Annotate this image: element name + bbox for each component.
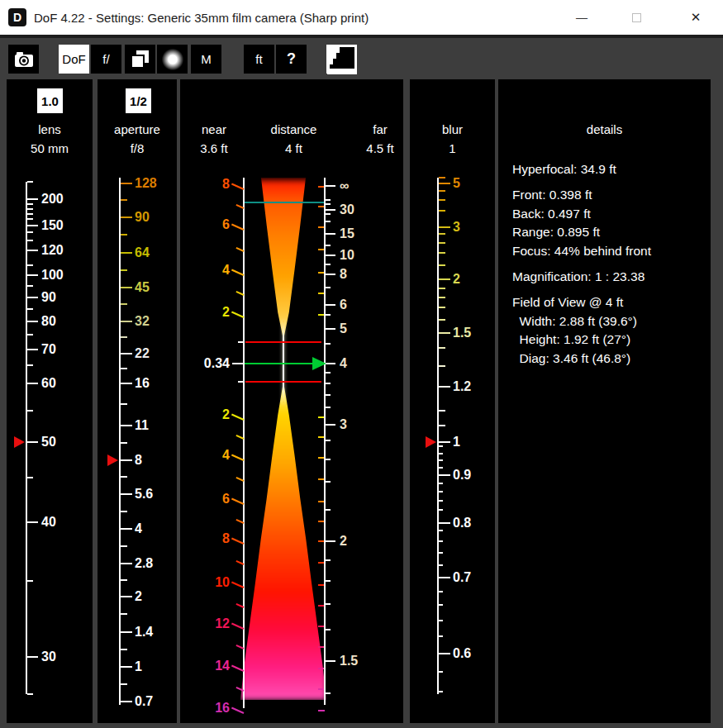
tick <box>439 365 445 367</box>
tick <box>121 403 127 405</box>
scale-line <box>26 182 27 694</box>
tick <box>439 252 445 254</box>
scale-label: 2 <box>453 270 460 288</box>
scale-label: 5.6 <box>135 485 153 503</box>
scale-label: 1.5 <box>453 324 471 342</box>
tick <box>326 199 331 201</box>
aperture-scale[interactable]: 1289064453222161185.642.821.410.7 <box>98 79 177 723</box>
focus-arrow[interactable] <box>312 357 326 370</box>
distance-scale[interactable]: ∞3015108654321.5 <box>180 79 403 723</box>
tick <box>326 209 335 211</box>
scale-label: 0.8 <box>453 514 471 532</box>
tick <box>121 683 127 685</box>
minimize-button[interactable]: — <box>564 0 600 35</box>
steps-button[interactable] <box>326 45 357 74</box>
scale-label: 0.6 <box>453 645 471 663</box>
tick <box>326 233 335 235</box>
details-panel: details Hyperfocal: 34.9 ft Front: 0.398… <box>498 79 711 723</box>
tick <box>326 213 331 215</box>
help-button[interactable]: ? <box>276 45 307 74</box>
scale-label: 32 <box>135 312 150 331</box>
scale-label: 2 <box>135 588 142 606</box>
hyperfocal-line <box>245 202 324 203</box>
tick <box>439 453 443 454</box>
close-button[interactable]: ✕ <box>678 0 714 35</box>
far-limit-line[interactable] <box>245 381 321 383</box>
tick <box>27 218 33 220</box>
blur-circle-icon <box>162 49 183 70</box>
tick <box>27 308 33 310</box>
tick <box>27 208 33 210</box>
blur-marker-arrow[interactable] <box>426 436 436 448</box>
detail-line-hyperfocal: Hyperfocal: 34.9 ft <box>512 160 706 178</box>
tick <box>439 199 445 201</box>
tick <box>439 671 443 673</box>
magnification-button[interactable]: M <box>191 45 221 74</box>
blur-scale[interactable]: 5321.51.210.90.80.70.6 <box>410 79 495 723</box>
tick <box>326 459 331 460</box>
scale-label: 4 <box>340 354 347 373</box>
tick <box>121 368 127 369</box>
tick <box>326 264 331 265</box>
copy-button[interactable] <box>125 45 155 74</box>
tick <box>439 653 450 654</box>
tick <box>439 530 443 531</box>
blur-preview-button[interactable] <box>157 45 188 74</box>
steps-icon <box>327 45 357 74</box>
scale-label: 22 <box>135 345 150 363</box>
tick <box>439 233 445 235</box>
tick <box>326 660 335 662</box>
tick <box>439 264 445 266</box>
tick <box>27 264 33 266</box>
tick <box>121 234 127 236</box>
tick <box>121 528 132 530</box>
tick <box>439 691 443 692</box>
tick <box>27 334 33 335</box>
tick <box>27 240 33 241</box>
tick <box>439 620 443 621</box>
units-button[interactable]: ft <box>244 45 274 74</box>
maximize-button[interactable] <box>618 0 654 35</box>
near-limit-line[interactable] <box>245 341 321 343</box>
copy-pages-icon <box>126 45 155 74</box>
tick <box>121 353 132 354</box>
scale-label: 2.8 <box>135 554 153 573</box>
tick <box>326 580 331 582</box>
lens-scale[interactable]: 20015012010090807060504030 <box>7 79 93 723</box>
tick <box>326 407 331 408</box>
tick <box>439 386 450 388</box>
aperture-marker-arrow[interactable] <box>107 454 118 466</box>
far-limit-tick <box>238 381 243 383</box>
tick <box>326 481 331 483</box>
detail-line-magnification: Magnification: 1 : 23.38 <box>512 268 706 286</box>
near-limit-tick <box>238 341 243 343</box>
tick <box>121 666 132 668</box>
tick <box>439 319 445 321</box>
tick <box>326 343 331 345</box>
tick <box>439 635 443 637</box>
tick <box>121 631 132 633</box>
tick <box>326 363 335 364</box>
tick <box>439 332 450 334</box>
tick <box>121 183 132 184</box>
app-icon: D <box>8 8 26 26</box>
scale-label: 3 <box>453 218 460 236</box>
fstop-mode-button[interactable]: f/ <box>91 45 121 74</box>
window-title: DoF 4.22 - Settings: Generic 35mm film c… <box>34 11 369 25</box>
tick <box>121 579 127 581</box>
tick <box>121 459 132 461</box>
tick <box>27 383 38 384</box>
tick <box>439 183 450 184</box>
scale-label: 50 <box>41 433 56 451</box>
lens-marker-arrow[interactable] <box>14 436 25 448</box>
tick <box>121 701 132 702</box>
tick <box>326 287 331 288</box>
tick <box>439 410 445 412</box>
dof-mode-button[interactable]: DoF <box>59 45 89 74</box>
camera-settings-button[interactable] <box>8 45 39 74</box>
tick <box>27 285 33 287</box>
scale-label: 1.4 <box>135 623 153 641</box>
scale-label: 2 <box>340 532 347 550</box>
detail-line-focus: Focus: 44% behind front <box>512 242 706 260</box>
tick <box>326 245 331 246</box>
